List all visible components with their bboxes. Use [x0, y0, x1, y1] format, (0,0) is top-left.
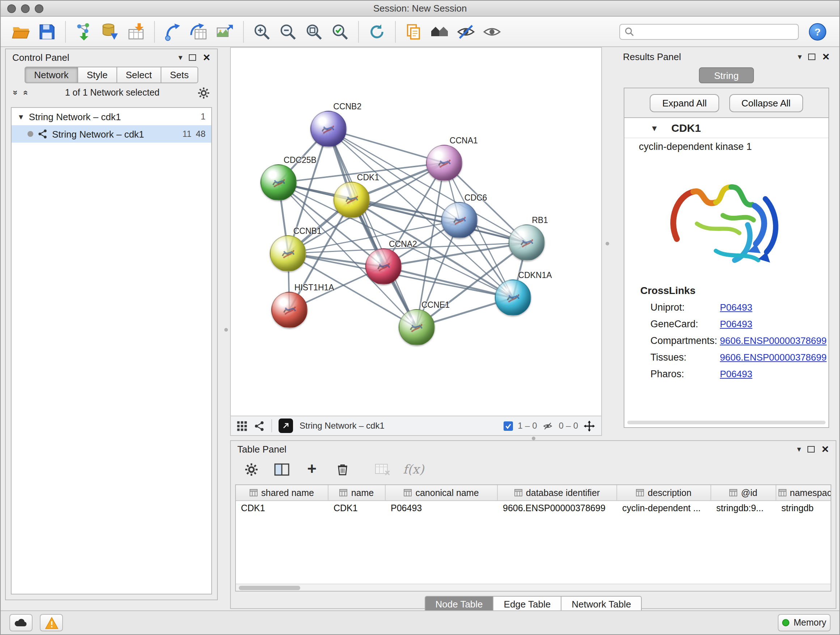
expand-all-button[interactable]: Expand All [650, 94, 719, 112]
network-node-cdk1[interactable] [334, 182, 370, 218]
panel-collapse-icon[interactable]: ▾ [797, 445, 801, 453]
network-node-ccnb2[interactable] [310, 111, 346, 147]
save-session-button[interactable] [34, 19, 60, 44]
table-cell[interactable]: CDK1 [328, 503, 386, 513]
network-node-rb1[interactable] [508, 225, 545, 261]
panel-collapse-icon[interactable]: ▾ [798, 52, 802, 60]
warnings-button[interactable] [40, 614, 63, 631]
home-panels-button[interactable] [427, 19, 453, 44]
network-node-hist1h1a[interactable] [271, 292, 308, 328]
zoom-in-button[interactable] [249, 19, 275, 44]
vertical-splitter-handle[interactable] [224, 328, 228, 332]
table-cell[interactable]: P06493 [386, 503, 498, 513]
tab-sets[interactable]: Sets [161, 67, 198, 83]
network-node-cdc6[interactable] [441, 203, 477, 239]
homes-icon [431, 22, 449, 41]
column-header-shared-name[interactable]: shared name [236, 485, 328, 500]
column-header-namespac[interactable]: namespac [776, 485, 831, 500]
column-header-@id[interactable]: @id [711, 485, 776, 500]
collapse-gene-icon[interactable]: ▼ [651, 124, 658, 132]
close-window-button[interactable] [7, 4, 16, 13]
panel-close-icon[interactable]: ✕ [822, 52, 830, 61]
zoom-window-button[interactable] [35, 4, 43, 13]
toolbar-separator [358, 21, 359, 42]
table-cell[interactable]: stringdb [776, 503, 831, 513]
crosslink-value[interactable]: P06493 [720, 302, 752, 313]
horizontal-splitter[interactable] [230, 436, 836, 440]
network-row[interactable]: String Network – cdk1 11 48 [11, 125, 211, 143]
network-edge[interactable] [384, 267, 513, 298]
panel-float-icon[interactable] [807, 446, 815, 452]
crosslink-value[interactable]: P06493 [720, 318, 752, 329]
new-network-from-selection-button[interactable] [160, 19, 186, 44]
panel-float-icon[interactable] [189, 54, 196, 60]
table-cell[interactable]: stringdb:9... [711, 503, 776, 513]
table-settings-button[interactable] [241, 459, 261, 479]
zoom-fit-button[interactable] [301, 19, 327, 44]
open-session-button[interactable] [8, 19, 34, 44]
collapse-all-icon[interactable]: » [19, 90, 30, 95]
import-network-file-button[interactable] [71, 19, 97, 44]
pan-move-icon[interactable] [583, 420, 595, 432]
crosslink-value[interactable]: 9606.ENSP00000378699 [720, 335, 827, 346]
help-button[interactable]: ? [809, 23, 826, 40]
column-header-database-identifier[interactable]: database identifier [498, 485, 617, 500]
show-columns-button[interactable] [271, 459, 292, 479]
cloud-button[interactable] [9, 614, 33, 631]
delete-column-button[interactable] [332, 459, 352, 479]
collapse-all-button[interactable]: Collapse All [729, 94, 803, 112]
panel-collapse-icon[interactable]: ▾ [178, 53, 182, 61]
column-header-name[interactable]: name [328, 485, 386, 500]
export-image-button[interactable] [212, 19, 238, 44]
results-scrollbar[interactable] [627, 421, 826, 424]
network-node-ccnb1[interactable] [270, 235, 306, 272]
table-cell[interactable]: cyclin-dependent ... [617, 503, 711, 513]
tab-style[interactable]: Style [78, 67, 117, 83]
gene-header-row[interactable]: ▼ CDK1 [624, 118, 829, 138]
tab-select[interactable]: Select [117, 67, 161, 83]
crosslink-value[interactable]: 9606.ENSP00000378699 [720, 352, 827, 363]
vertical-splitter-handle[interactable] [606, 242, 609, 245]
hide-selected-button[interactable] [453, 19, 479, 44]
add-column-button[interactable]: + [302, 459, 322, 479]
protein-thumbnail [501, 286, 525, 310]
birds-eye-grid-icon[interactable] [237, 420, 248, 431]
scrollbar-thumb[interactable] [239, 586, 300, 590]
network-node-ccne1[interactable] [398, 309, 434, 345]
search-box[interactable] [619, 24, 799, 40]
network-collection-row[interactable]: ▼ String Network – cdk1 1 [11, 108, 211, 125]
selected-checkbox-icon[interactable] [503, 421, 513, 431]
crosslink-value[interactable]: P06493 [720, 369, 752, 379]
minimize-window-button[interactable] [21, 4, 30, 13]
panel-float-icon[interactable] [808, 53, 815, 60]
share-network-icon[interactable] [254, 420, 265, 431]
import-network-database-button[interactable] [97, 19, 123, 44]
panel-close-icon[interactable]: ✕ [202, 52, 210, 62]
column-header-description[interactable]: description [617, 485, 711, 500]
import-table-file-button[interactable] [123, 19, 149, 44]
zoom-out-button[interactable] [275, 19, 301, 44]
table-cell[interactable]: CDK1 [236, 503, 328, 513]
network-canvas[interactable]: CCNB2CCNA1CDC25BCDK1CDC6RB1CCNB1CCNA2CDK… [231, 48, 601, 416]
hidden-eye-slash-icon[interactable] [542, 421, 554, 431]
export-table-button[interactable] [186, 19, 212, 44]
panel-close-icon[interactable]: ✕ [821, 444, 829, 454]
table-horizontal-scrollbar[interactable] [236, 584, 831, 591]
table-body: CDK1CDK1P064939606.ENSP00000378699cyclin… [236, 501, 831, 516]
search-input[interactable] [638, 27, 794, 36]
tab-network[interactable]: Network [25, 67, 78, 83]
tab-string[interactable]: String [699, 67, 754, 83]
gear-icon[interactable] [197, 87, 210, 99]
open-in-window-button[interactable] [279, 418, 293, 433]
apply-layout-button[interactable] [364, 19, 390, 44]
column-header-canonical-name[interactable]: canonical name [386, 485, 498, 500]
table-cell[interactable]: 9606.ENSP00000378699 [498, 503, 617, 513]
crosslink-label: Uniprot: [651, 302, 720, 313]
table-row[interactable]: CDK1CDK1P064939606.ENSP00000378699cyclin… [236, 501, 831, 516]
zoom-selected-button[interactable] [327, 19, 353, 44]
tree-expander-icon[interactable]: ▼ [17, 112, 25, 120]
expand-all-icon[interactable]: » [11, 90, 21, 95]
copy-document-button[interactable] [401, 19, 427, 44]
show-all-button[interactable] [479, 19, 505, 44]
memory-button[interactable]: Memory [778, 614, 831, 631]
